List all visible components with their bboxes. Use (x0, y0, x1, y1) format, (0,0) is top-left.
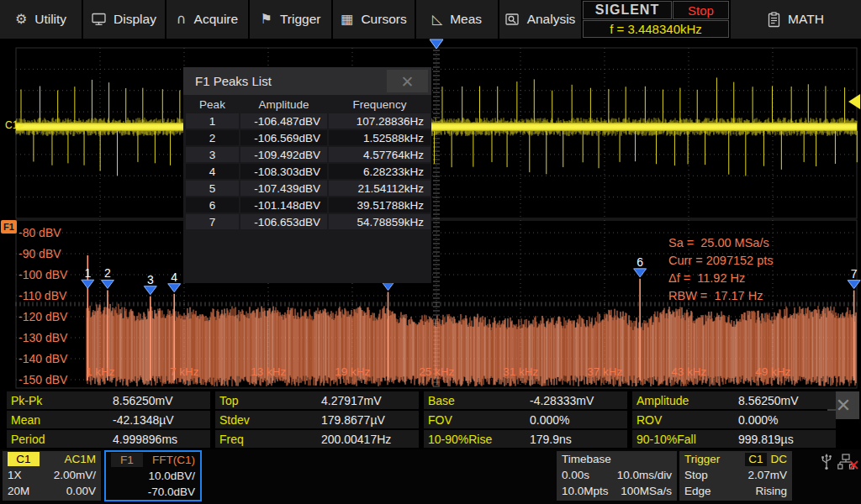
menu-item-label: Cursors (361, 12, 406, 27)
menu-item-meas[interactable]: ◺Meas (416, 0, 498, 39)
menu-item-math[interactable]: MATH (731, 0, 861, 39)
dialog-title-bar[interactable]: F1 Peaks List ✕ (183, 67, 431, 95)
peak-marker-icon (848, 281, 860, 289)
timebase-scale: 10.0ms/div (617, 469, 672, 481)
f1-badge: F1 (111, 453, 143, 467)
menu-item-display[interactable]: Display (83, 0, 165, 39)
trigger-status: Stop (684, 469, 708, 481)
peak-number-cell: 7 (186, 214, 239, 229)
measurement-row: Pk-Pk8.56250mVTop4.27917mVBase-4.28333mV… (7, 391, 836, 409)
measurement-value: 0.000% (738, 413, 778, 427)
measurement-label: Mean (7, 413, 113, 427)
trigger-flag-icon: ⚑ (261, 13, 272, 26)
trigger-descriptor[interactable]: TriggerC1DC Stop2.07mV EdgeRising (679, 451, 792, 501)
peaks-column-header: Frequency (329, 97, 430, 112)
dialog-title: F1 Peaks List (195, 74, 272, 88)
measurement-10-90-rise: 10-90%Rise179.9ns (424, 430, 627, 448)
peaks-table: PeakAmplitudeFrequency1-106.487dBV107.28… (183, 95, 431, 229)
peak-number-cell: 4 (186, 164, 239, 179)
peak-amplitude-cell: -107.439dBV (240, 181, 327, 196)
close-icon: ✕ (836, 395, 851, 416)
measurement-label: 90-10%Fall (632, 433, 738, 446)
siglent-logo: SIGLENT (583, 1, 672, 19)
close-icon: ✕ (401, 72, 415, 91)
menu-bar: ⚙UtilityDisplay∩Acquire⚑Trigger▦Cursors◺… (0, 0, 861, 39)
c1-coupling: AC1M (64, 453, 96, 465)
measurement-value: 8.56250mV (738, 394, 799, 407)
measurement-label: Base (424, 394, 530, 407)
peak-amplitude-cell: -106.487dBV (240, 113, 327, 129)
peak-frequency-cell: 6.28233kHz (329, 164, 430, 179)
display-icon (92, 13, 106, 26)
measurement-amplitude: Amplitude8.56250mV (632, 391, 836, 409)
peak-frequency-cell: 107.28836Hz (329, 113, 430, 129)
menu-item-utility[interactable]: ⚙Utility (0, 0, 82, 39)
trigger-level-marker[interactable] (848, 94, 860, 109)
dialog-close-button[interactable]: ✕ (387, 70, 428, 92)
peak-number-label: 6 (637, 255, 643, 269)
menu-item-label: Analysis (527, 12, 576, 27)
peak-number-cell: 1 (186, 113, 239, 129)
peak-frequency-cell: 21.54112kHz (329, 181, 430, 196)
measurement-90-10-fall: 90-10%Fall999.819µs (632, 430, 836, 448)
measurement-label: FOV (424, 413, 530, 427)
peak-number-cell: 6 (186, 197, 239, 213)
measurement-value: 0.000% (530, 413, 569, 427)
menu-item-label: Display (114, 12, 156, 27)
menu-item-trigger[interactable]: ⚑Trigger (250, 0, 331, 39)
channel-c1-descriptor[interactable]: C1AC1M 1X2.00mV/ 20M0.00V (3, 451, 101, 501)
brand-block: SIGLENT Stop f = 3.448340kHz (583, 0, 729, 39)
measurement-value: -4.28333mV (530, 394, 594, 407)
measurement-pk-pk: Pk-Pk8.56250mV (7, 391, 210, 409)
gear-icon: ⚙ (15, 13, 27, 26)
measurement-row: Mean-42.1348µVStdev179.8677µVFOV0.000%RO… (7, 411, 836, 428)
peak-marker-icon (82, 280, 94, 288)
f1-function: FFT(C1) (152, 454, 195, 466)
timebase-descriptor[interactable]: Timebase 0.00s10.0ms/div 10.0Mpts100MSa/… (557, 451, 677, 501)
peak-number-label: 2 (104, 266, 111, 280)
menu-item-cursors[interactable]: ▦Cursors (333, 0, 415, 39)
measurement-base: Base-4.28333mV (424, 391, 627, 409)
menu-item-acquire[interactable]: ∩Acquire (166, 0, 248, 39)
measurement-rov: ROV0.000% (632, 411, 836, 428)
peak-frequency-cell: 4.57764kHz (329, 147, 430, 162)
measurement-row: Period4.999896msFreq200.00417Hz10-90%Ris… (7, 430, 836, 448)
peak-number-cell: 2 (186, 130, 239, 145)
acquire-icon: ∩ (177, 13, 187, 26)
peak-number-label: 7 (851, 267, 858, 281)
peak-frequency-cell: 54.78859kHz (329, 214, 430, 229)
timebase-title: Timebase (562, 453, 611, 465)
peak-frequency-cell: 39.51788kHz (329, 197, 430, 213)
trigger-level: 2.07mV (747, 469, 787, 481)
peak-amplitude-cell: -109.492dBV (240, 147, 327, 162)
measurement-value: 999.819µs (738, 433, 794, 446)
measurement-freq: Freq200.00417Hz (215, 430, 419, 448)
timebase-rate: 100MSa/s (621, 485, 672, 497)
measurement-label: Pk-Pk (7, 394, 113, 407)
measurement-period: Period4.999896ms (7, 430, 210, 448)
c1-bandwidth: 20M (8, 485, 29, 497)
menu-item-label: Meas (450, 12, 482, 27)
math-f1-descriptor[interactable]: F1FFT(C1) 10.0dBV/ -70.0dBV (104, 450, 202, 501)
peak-amplitude-cell: -108.303dBV (240, 164, 327, 179)
peak-marker-icon (144, 286, 156, 295)
measurement-value: 4.27917mV (321, 394, 382, 407)
peak-number-label: 3 (147, 273, 154, 286)
peak-marker-icon (101, 280, 114, 288)
measurement-value: 179.8677µV (321, 413, 385, 427)
trigger-title: Trigger (684, 453, 720, 465)
menu-item-analysis[interactable]: Analysis (499, 0, 581, 39)
measurement-value: 179.9ns (530, 433, 572, 446)
peaks-column-header: Amplitude (240, 97, 327, 112)
peak-frequency-cell: 1.52588kHz (329, 130, 430, 145)
usb-icon (820, 454, 833, 474)
peak-marker-icon (168, 284, 181, 292)
measurement-label: Amplitude (632, 394, 738, 407)
trigger-position-marker[interactable] (430, 39, 443, 49)
menu-item-label: MATH (788, 12, 824, 27)
fft-trace (87, 304, 856, 386)
peaks-column-header: Peak (186, 97, 239, 112)
trigger-coupling: DC (771, 453, 788, 466)
measurement-value: -42.1348µV (113, 413, 174, 427)
trigger-slope: Rising (755, 485, 787, 497)
